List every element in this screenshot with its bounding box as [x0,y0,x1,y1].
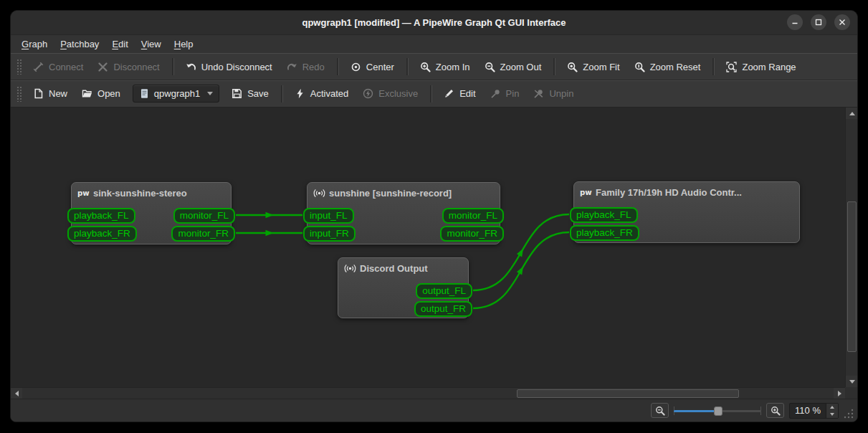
node-title: sink-sunshine-stereo [93,188,187,199]
zoom-reset-button[interactable]: Zoom Reset [628,57,707,77]
toolbar-separator [712,58,714,75]
menu-patchbay[interactable]: Patchbay [54,37,105,52]
maximize-button[interactable] [811,14,826,30]
pin-button: Pin [484,84,526,103]
menu-graph[interactable]: Graph [15,37,54,52]
resize-grip[interactable] [844,409,854,419]
connection-arrow-icon [517,267,523,275]
input-port[interactable]: playback_FL [67,208,135,224]
zoom-out-button[interactable]: Zoom Out [478,57,548,77]
connection-arrow-icon [517,249,523,257]
scroll-down-button[interactable] [846,376,858,387]
scroll-up-button[interactable] [846,108,858,119]
arrow-right-icon [838,391,841,396]
zoom-range-button[interactable]: Zoom Range [720,57,802,77]
redo-button: Redo [280,57,331,77]
input-port[interactable]: playback_FL [570,207,638,223]
close-button[interactable] [834,14,850,30]
toolbar-button-label: Exclusive [378,88,418,99]
output-port[interactable]: monitor_FR [171,226,235,242]
graph-node[interactable]: pwsink-sunshine-stereoplayback_FLplaybac… [71,182,232,244]
toolbar-separator [553,58,555,75]
new-icon [33,88,44,99]
vertical-scrollbar-thumb[interactable] [847,201,857,352]
pin-icon [490,88,501,99]
toolbar-separator [430,85,431,103]
scroll-right-button[interactable] [834,388,845,399]
zoom-slider[interactable] [674,404,761,417]
vertical-scrollbar[interactable] [845,108,857,387]
output-port[interactable]: monitor_FR [440,226,504,242]
output-port[interactable]: output_FR [414,301,472,317]
save-button[interactable]: Save [225,84,275,103]
canvas-area: pwsink-sunshine-stereoplayback_FLplaybac… [11,108,857,399]
scroll-left-button[interactable] [11,388,22,399]
toolbar-button-label: Zoom Reset [650,62,701,72]
open-button[interactable]: Open [75,84,127,103]
input-port[interactable]: input_FR [303,226,356,242]
app-window: qpwgraph1 [modified] — A PipeWire Graph … [10,10,858,422]
minimize-button[interactable] [787,14,803,30]
graph-node[interactable]: Discord Outputoutput_FLoutput_FR [338,257,469,318]
graph-node[interactable]: pwFamily 17h/19h HD Audio Contr...playba… [573,181,800,243]
toolbar-button-label: Activated [310,88,348,99]
output-port[interactable]: output_FL [416,283,472,299]
edit-button[interactable]: Edit [437,84,482,103]
toolbar-button-label: Undo Disconnect [201,62,272,72]
node-title: Family 17h/19h HD Audio Contr... [596,187,742,198]
spin-up-button[interactable] [826,404,838,411]
input-port[interactable]: input_FL [303,208,354,224]
disconnect-icon [97,62,108,72]
edit-icon [444,88,454,99]
toolbar-button-label: Save [247,88,269,99]
toolbar-button-label: Unpin [549,88,573,99]
toolbar-button-label: New [49,88,67,99]
zoom-reset-icon [634,62,645,72]
toolbar-button-label: Pin [506,88,520,99]
center-button[interactable]: Center [344,57,401,77]
activated-button[interactable]: Activated [288,84,355,103]
graph-node[interactable]: sunshine [sunshine-record]input_FLinput_… [307,182,500,244]
output-port[interactable]: monitor_FL [173,208,235,224]
undo-disconnect-button[interactable]: Undo Disconnect [179,57,279,77]
zoom-in-button[interactable]: Zoom In [414,57,477,77]
zoom-fit-button[interactable]: Zoom Fit [561,57,626,77]
menu-view[interactable]: View [135,37,168,52]
toolbar-button-label: Redo [302,62,325,72]
pipewire-icon: pw [580,186,592,199]
patchbay-selector[interactable]: qpwgraph1 [133,85,219,103]
spin-down-button[interactable] [826,411,838,418]
connect-button: Connect [27,57,90,77]
window-controls [787,14,850,30]
node-title-bar: sunshine [sunshine-record] [307,183,500,204]
arrow-up-icon [849,112,855,115]
toolbar-drag-handle[interactable] [16,86,22,102]
toolbar-button-label: Connect [49,62,83,72]
zoom-in-button[interactable] [766,403,784,418]
horizontal-scrollbar-thumb[interactable] [517,389,739,398]
spin-buttons [826,404,838,418]
spin-up-icon [830,406,834,409]
save-icon [232,88,242,99]
zoom-level-value[interactable]: 110 % [790,405,826,416]
menu-help[interactable]: Help [168,37,200,52]
graph-canvas[interactable]: pwsink-sunshine-stereoplayback_FLplaybac… [11,108,845,387]
new-button[interactable]: New [27,84,74,103]
zoom-out-button[interactable] [651,403,669,418]
menu-edit[interactable]: Edit [105,37,134,52]
input-port[interactable]: playback_FR [67,226,137,242]
statusbar: 110 % [11,399,857,422]
horizontal-scrollbar[interactable] [11,387,845,399]
toolbar-drag-handle[interactable] [16,59,22,75]
zoom-out-icon [485,62,495,72]
output-port[interactable]: monitor_FL [442,208,504,224]
patchbay-icon [139,88,150,99]
toolbar-button-label: Zoom In [436,62,470,72]
connect-icon [33,62,44,72]
menubar: GraphPatchbayEditViewHelp [11,34,857,53]
zoom-level-spinbox[interactable]: 110 % [789,403,839,419]
slider-handle[interactable] [714,406,722,416]
pipewire-icon: pw [77,187,90,199]
input-port[interactable]: playback_FR [570,225,639,241]
desktop-background: qpwgraph1 [modified] — A PipeWire Graph … [0,0,868,433]
